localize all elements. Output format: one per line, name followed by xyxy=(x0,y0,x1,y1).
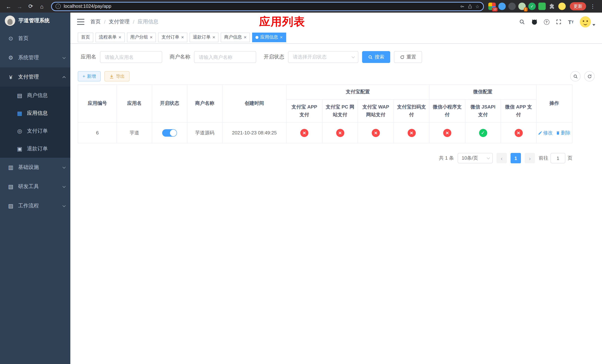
browser-home-button[interactable]: ⌂ xyxy=(37,1,47,11)
browser-back-button[interactable]: ← xyxy=(4,1,13,11)
help-icon[interactable]: ? xyxy=(543,19,550,25)
extension-icon[interactable] xyxy=(498,3,506,10)
breadcrumb-home[interactable]: 首页 xyxy=(90,19,101,25)
share-icon[interactable] xyxy=(468,4,473,9)
refresh-table-button[interactable] xyxy=(584,71,595,81)
tab-home[interactable]: 首页 xyxy=(78,32,93,42)
status-toggle[interactable] xyxy=(162,129,177,137)
goto-page-input[interactable] xyxy=(550,153,565,163)
prev-page-button[interactable]: ‹ xyxy=(496,153,507,163)
col-header-id: 应用编号 xyxy=(78,85,117,122)
config-status-icon xyxy=(372,129,380,137)
infra-icon: ▥ xyxy=(7,164,14,171)
close-icon[interactable]: × xyxy=(280,35,283,40)
tab-pay-order[interactable]: 支付订单× xyxy=(158,32,187,42)
sidebar: 芋道管理系统 ⊙ 首页 ⚙ 系统管理 ¥ 支付管理 ▤ 商户信息 xyxy=(0,13,70,364)
page-size-select[interactable]: 10条/页 xyxy=(458,153,493,163)
app-title: 芋道管理系统 xyxy=(19,17,50,24)
add-button[interactable]: + 新增 xyxy=(78,71,101,81)
tab-app-info[interactable]: 应用信息× xyxy=(252,32,286,42)
breadcrumb-payment[interactable]: 支付管理 xyxy=(109,19,129,25)
chevron-down-icon xyxy=(63,185,66,188)
sidebar-item-workflow[interactable]: ▨ 工作流程 xyxy=(0,196,70,215)
merchant-name-label: 商户名称 xyxy=(170,54,190,60)
col-header-wx-jsapi: 微信 JSAPI 支付 xyxy=(465,99,501,122)
navbar-actions: ? TT xyxy=(519,16,595,27)
card-icon: ▤ xyxy=(16,92,23,99)
sidebar-item-home[interactable]: ⊙ 首页 xyxy=(0,29,70,48)
sidebar-item-dev-tools[interactable]: ▧ 研发工具 xyxy=(0,177,70,196)
config-status-icon xyxy=(515,129,523,137)
sidebar-item-pay-order[interactable]: ◎ 支付订单 xyxy=(0,122,70,140)
col-header-wx-app: 微信 APP 支付 xyxy=(501,99,536,122)
extension-icon[interactable]: ✓ xyxy=(528,3,536,10)
edit-button[interactable]: 修改 xyxy=(538,129,553,136)
breadcrumb: 首页 / 支付管理 / 应用信息 xyxy=(90,19,159,25)
tab-process-form[interactable]: 流程表单× xyxy=(96,32,125,42)
total-count: 共 1 条 xyxy=(439,155,454,161)
refund-icon: ▣ xyxy=(16,146,23,152)
close-icon[interactable]: × xyxy=(244,35,247,40)
export-button[interactable]: 导出 xyxy=(104,71,129,81)
browser-menu-icon[interactable]: ⋮ xyxy=(589,3,597,9)
profile-avatar-icon[interactable] xyxy=(558,3,566,10)
flow-icon: ▨ xyxy=(7,203,14,209)
github-icon[interactable] xyxy=(531,19,538,25)
password-key-icon[interactable] xyxy=(460,4,465,9)
page-content: 应用名 商户名称 开启状态 请选择开启状态 搜索 重置 xyxy=(70,44,602,364)
browser-forward-button[interactable]: → xyxy=(15,1,24,11)
merchant-name-input[interactable] xyxy=(194,51,256,63)
search-icon[interactable] xyxy=(519,19,525,25)
extension-icon[interactable] xyxy=(538,3,546,10)
sidebar-item-app-info[interactable]: ▦ 应用信息 xyxy=(0,104,70,122)
extension-icon[interactable]: 10 xyxy=(488,3,496,10)
sidebar-item-refund-order[interactable]: ▣ 退款订单 xyxy=(0,140,70,158)
sidebar-item-payment[interactable]: ¥ 支付管理 xyxy=(0,67,70,87)
fullscreen-icon[interactable] xyxy=(555,19,562,25)
bookmark-star-icon[interactable]: ☆ xyxy=(475,3,479,9)
page-number-button[interactable]: 1 xyxy=(511,153,521,163)
sidebar-item-merchant-info[interactable]: ▤ 商户信息 xyxy=(0,87,70,104)
sidebar-collapse-icon[interactable] xyxy=(77,19,85,25)
goto-page: 前往 页 xyxy=(539,153,572,163)
app-name-label: 应用名 xyxy=(81,54,96,60)
close-icon[interactable]: × xyxy=(181,35,184,40)
tab-user-group[interactable]: 用户分组× xyxy=(127,32,156,42)
address-bar[interactable]: i localhost:1024/pay/app ☆ xyxy=(51,2,484,11)
col-header-merchant: 商户名称 xyxy=(187,85,222,122)
browser-update-button[interactable]: 更新 xyxy=(570,2,586,10)
reset-button[interactable]: 重置 xyxy=(394,51,422,63)
chevron-down-icon xyxy=(487,156,490,159)
extensions-puzzle-icon[interactable] xyxy=(548,3,556,10)
toggle-search-button[interactable] xyxy=(570,71,580,81)
delete-button[interactable]: 删除 xyxy=(556,129,570,136)
app-name-input[interactable] xyxy=(100,51,162,63)
filter-form: 应用名 商户名称 开启状态 请选择开启状态 搜索 重置 xyxy=(81,51,595,63)
url-text[interactable]: localhost:1024/pay/app xyxy=(64,4,457,9)
site-info-icon[interactable]: i xyxy=(55,4,61,9)
browser-reload-button[interactable]: ⟳ xyxy=(26,1,35,11)
sidebar-item-system[interactable]: ⚙ 系统管理 xyxy=(0,48,70,67)
page-title: 应用列表 xyxy=(259,14,305,30)
col-header-alipay-app: 支付宝 APP 支付 xyxy=(286,99,322,122)
refresh-icon xyxy=(587,74,592,79)
close-icon[interactable]: × xyxy=(118,35,121,40)
cell-id: 6 xyxy=(78,122,117,143)
extension-icon[interactable] xyxy=(508,3,516,10)
sidebar-item-infrastructure[interactable]: ▥ 基础设施 xyxy=(0,158,70,177)
extension-icon[interactable]: 1 xyxy=(518,3,526,10)
logo-avatar xyxy=(5,16,15,26)
config-status-icon xyxy=(443,129,451,137)
search-button[interactable]: 搜索 xyxy=(362,51,390,63)
search-icon xyxy=(573,74,578,79)
next-page-button[interactable]: › xyxy=(525,153,535,163)
tab-refund-order[interactable]: 退款订单× xyxy=(190,32,219,42)
user-avatar-menu[interactable] xyxy=(580,16,595,27)
group-header-alipay: 支付宝配置 xyxy=(286,85,429,99)
dashboard-icon: ⊙ xyxy=(7,35,14,42)
font-size-icon[interactable]: TT xyxy=(568,19,574,25)
close-icon[interactable]: × xyxy=(150,35,152,40)
tab-merchant-info[interactable]: 商户信息× xyxy=(221,32,250,42)
status-select[interactable]: 请选择开启状态 xyxy=(288,51,358,63)
close-icon[interactable]: × xyxy=(213,35,215,40)
